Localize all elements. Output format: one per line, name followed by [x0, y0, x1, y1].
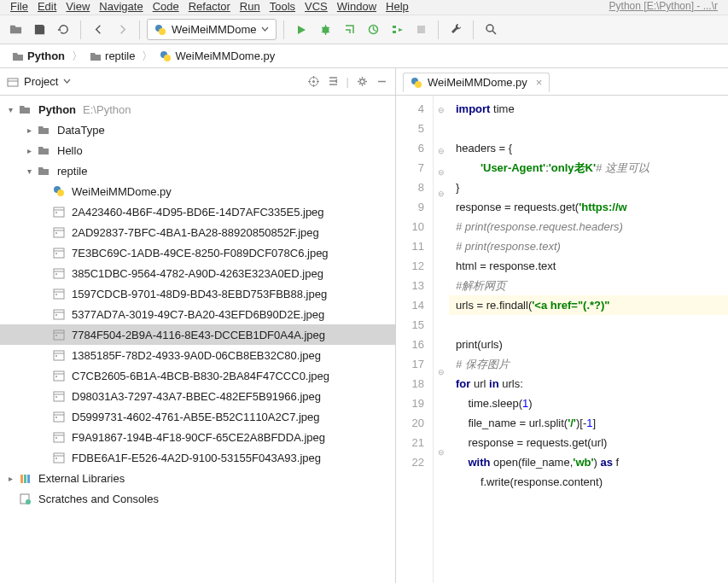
tree-file-image[interactable]: F9A91867-194B-4F18-90CF-65CE2A8BFDDA.jpe…: [0, 427, 395, 447]
svg-point-37: [55, 437, 57, 439]
fold-gutter: ⊖ ⊖⊖⊖ ⊖ ⊖: [434, 96, 449, 583]
stop-icon[interactable]: [411, 20, 431, 40]
tree-file-image[interactable]: 385C1DBC-9564-4782-A90D-4263E323A0ED.jpe…: [0, 263, 395, 283]
back-icon[interactable]: [88, 20, 108, 40]
python-icon: [411, 77, 422, 89]
breadcrumb-root[interactable]: Python: [9, 48, 68, 64]
save-icon[interactable]: [29, 20, 50, 40]
breadcrumb-folder[interactable]: reptile: [86, 48, 138, 64]
target-icon[interactable]: [307, 75, 320, 88]
run-config-selector[interactable]: WeiMeiMMDome: [147, 19, 277, 40]
svg-rect-24: [54, 310, 64, 319]
project-tool-header: Project |: [0, 68, 395, 96]
menu-file[interactable]: File: [7, 0, 32, 13]
menu-view[interactable]: View: [62, 0, 93, 13]
wrench-icon[interactable]: [446, 20, 466, 40]
image-file-icon: [53, 452, 65, 463]
menu-window[interactable]: Window: [334, 0, 380, 13]
tree-file-image[interactable]: 1597CDCB-9701-48D9-BD43-8EBD753FBB88.jpe…: [0, 283, 395, 304]
code-editor[interactable]: 45678910111213141516171819202122 ⊖ ⊖⊖⊖ ⊖…: [396, 96, 728, 583]
minimize-icon[interactable]: [376, 75, 388, 88]
svg-point-21: [55, 273, 57, 275]
svg-point-11: [360, 79, 364, 84]
folder-icon: [38, 165, 50, 178]
breadcrumb-bar: Python 〉 reptile 〉 WeiMeiMMDome.py: [0, 44, 728, 68]
code-content[interactable]: import time headers = { 'User-Agent':'on…: [449, 96, 728, 583]
forward-icon[interactable]: [112, 20, 132, 40]
svg-rect-8: [8, 79, 18, 86]
gear-icon[interactable]: [356, 75, 369, 88]
tree-file-image[interactable]: FDBE6A1F-E526-4A2D-9100-53155F043A93.jpe…: [0, 447, 395, 468]
svg-point-39: [55, 458, 57, 459]
python-icon: [53, 185, 65, 197]
image-file-icon: [53, 349, 65, 361]
open-icon[interactable]: [5, 20, 26, 40]
search-icon[interactable]: [480, 20, 501, 40]
image-file-icon: [53, 308, 65, 320]
run-icon[interactable]: [291, 20, 312, 40]
menu-refactor[interactable]: Refactor: [185, 0, 234, 13]
tree-file-image[interactable]: 2AD92837-7BFC-4BA1-BA28-88920850852F.jpe…: [0, 222, 395, 242]
menu-vcs[interactable]: VCS: [301, 0, 331, 13]
tree-file-image[interactable]: 5377AD7A-3019-49C7-BA20-43EFD6B90D2E.jpe…: [0, 304, 395, 324]
tree-file-image[interactable]: 2A423460-4B6F-4D95-BD6E-14D7AFC335E5.jpe…: [0, 201, 395, 222]
svg-point-23: [55, 294, 57, 295]
svg-rect-42: [27, 475, 30, 483]
svg-rect-40: [20, 475, 23, 483]
svg-point-25: [55, 314, 57, 316]
menu-code[interactable]: Code: [149, 0, 183, 13]
tree-folder[interactable]: ▸DataType: [0, 120, 395, 140]
svg-rect-22: [54, 289, 64, 299]
project-title: Project: [24, 75, 58, 88]
tree-file-image[interactable]: C7CB2605-6B1A-4BCB-B830-2BA84F47CCC0.jpe…: [0, 365, 395, 386]
editor-pane: WeiMeiMMDome.py × 4567891011121314151617…: [396, 68, 728, 583]
svg-rect-4: [417, 26, 425, 33]
collapse-icon[interactable]: [327, 75, 340, 88]
image-file-icon: [53, 431, 65, 443]
svg-rect-36: [54, 433, 64, 442]
tree-file-image[interactable]: 7784F504-2B9A-4116-8E43-DCCEB1DF0A4A.jpe…: [0, 324, 395, 345]
menu-navigate[interactable]: Navigate: [96, 0, 146, 13]
svg-point-31: [55, 376, 57, 377]
concurrent-icon[interactable]: [387, 20, 407, 40]
tree-file-image[interactable]: 1385185F-78D2-4933-9A0D-06CB8EB32C80.jpe…: [0, 345, 395, 365]
tree-external-libs[interactable]: ▸External Libraries: [0, 468, 395, 488]
profile-icon[interactable]: [363, 20, 383, 40]
editor-tab-label: WeiMeiMMDome.py: [428, 76, 527, 89]
close-icon[interactable]: ×: [536, 76, 543, 89]
folder-icon: [38, 144, 50, 157]
debug-icon[interactable]: [315, 20, 335, 40]
tree-scratches[interactable]: ▸Scratches and Consoles: [0, 488, 395, 509]
project-tree[interactable]: ▾PythonE:\Python▸DataType▸Hello▾reptileW…: [0, 96, 395, 583]
menu-help[interactable]: Help: [382, 0, 412, 13]
tree-root[interactable]: ▾PythonE:\Python: [0, 99, 395, 120]
tree-folder[interactable]: ▸Hello: [0, 140, 395, 160]
chevron-down-icon[interactable]: [63, 78, 71, 85]
tree-file-image[interactable]: D98031A3-7297-43A7-BBEC-482EF5B91966.jpe…: [0, 386, 395, 406]
breadcrumb-file[interactable]: WeiMeiMMDome.py: [156, 48, 278, 64]
menu-run[interactable]: Run: [236, 0, 264, 13]
project-sidebar: Project | ▾PythonE:\Python▸DataType▸Hell…: [0, 68, 396, 583]
menu-edit[interactable]: Edit: [34, 0, 60, 13]
image-file-icon: [53, 329, 65, 341]
menu-bar: File Edit View Navigate Code Refactor Ru…: [0, 0, 728, 15]
refresh-icon[interactable]: [53, 20, 73, 40]
tree-file-image[interactable]: 7E3BC69C-1ADB-49CE-8250-F089DCF078C6.jpe…: [0, 242, 395, 263]
editor-tab[interactable]: WeiMeiMMDome.py ×: [403, 73, 550, 92]
svg-point-46: [415, 81, 422, 88]
svg-point-29: [55, 355, 57, 357]
svg-rect-41: [24, 475, 26, 483]
svg-rect-18: [54, 248, 64, 258]
chevron-right-icon: 〉: [142, 49, 153, 64]
editor-tabbar: WeiMeiMMDome.py ×: [396, 68, 728, 96]
svg-rect-14: [54, 207, 64, 217]
svg-rect-38: [54, 453, 64, 463]
tree-file-py[interactable]: WeiMeiMMDome.py: [0, 181, 395, 201]
menu-tools[interactable]: Tools: [266, 0, 299, 13]
tree-folder[interactable]: ▾reptile: [0, 160, 395, 181]
svg-rect-28: [54, 351, 64, 360]
tree-file-image[interactable]: D5999731-4602-4761-AB5E-B52C1110A2C7.jpe…: [0, 406, 395, 427]
library-icon: [19, 472, 32, 485]
coverage-icon[interactable]: [339, 20, 359, 40]
folder-icon: [19, 103, 32, 116]
